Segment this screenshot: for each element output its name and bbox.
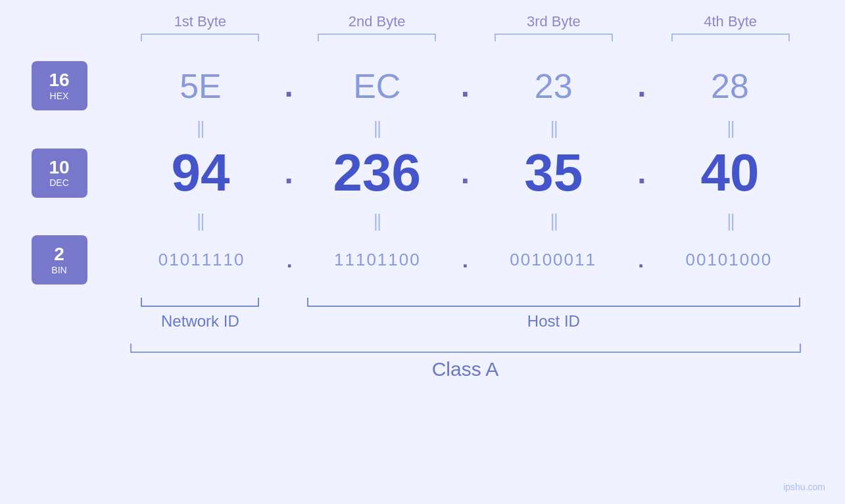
hex-dot2: .: [461, 70, 470, 102]
dec-b3: 35: [470, 143, 637, 203]
hex-row: 16 HEX 5E . EC . 23 . 28: [26, 61, 819, 110]
hex-dot3: .: [637, 70, 646, 102]
dec-badge-number: 10: [49, 158, 69, 178]
host-id-label: Host ID: [527, 312, 580, 331]
eq2-b3: ||: [466, 212, 642, 230]
bin-dot2: .: [462, 250, 468, 271]
bracket-top-b2: [318, 34, 436, 41]
hex-b4: 28: [646, 66, 813, 106]
bracket-b2: [289, 34, 466, 41]
hex-b1: 5E: [117, 66, 285, 106]
top-brackets-row: [26, 34, 819, 41]
hex-values: 5E . EC . 23 . 28: [117, 66, 814, 106]
byte3-header: 3rd Byte: [466, 13, 642, 30]
host-id-bracket: [307, 298, 800, 307]
dec-b4: 40: [646, 143, 813, 203]
eq1-b4: ||: [642, 119, 819, 137]
class-row: Class A: [26, 344, 819, 380]
bin-b2: 11101100: [293, 250, 462, 270]
bracket-top-b1: [141, 34, 259, 41]
eq2-b4: ||: [642, 212, 819, 230]
bin-b1: 01011110: [117, 250, 287, 270]
eq2-b2: ||: [289, 212, 466, 230]
bin-b3: 00100011: [468, 250, 638, 270]
network-id-label: Network ID: [161, 312, 239, 331]
dec-dot3: .: [637, 157, 646, 189]
bin-badge: 2 BIN: [32, 235, 87, 285]
equals-row-1: || || || ||: [26, 119, 819, 137]
eq1-b3: ||: [466, 119, 642, 137]
bracket-b1: [112, 34, 289, 41]
watermark: ipshu.com: [783, 482, 825, 492]
dec-row: 10 DEC 94 . 236 . 35 . 40: [26, 143, 819, 203]
eq1-b1: ||: [112, 119, 289, 137]
hex-badge-number: 16: [49, 70, 69, 91]
dec-dot1: .: [284, 157, 293, 189]
main-container: 1st Byte 2nd Byte 3rd Byte 4th Byte 16 H…: [0, 0, 845, 504]
eq2-b1: ||: [112, 212, 289, 230]
byte2-header: 2nd Byte: [289, 13, 466, 30]
bracket-b3: [466, 34, 642, 41]
bin-row: 2 BIN 01011110 . 11101100 . 00100011 . 0…: [26, 235, 819, 285]
dec-values: 94 . 236 . 35 . 40: [117, 143, 814, 203]
bin-badge-label: BIN: [51, 265, 66, 275]
byte-headers-row: 1st Byte 2nd Byte 3rd Byte 4th Byte: [26, 13, 819, 30]
hex-dot1: .: [284, 70, 293, 102]
bin-dot3: .: [638, 250, 644, 271]
dec-badge-label: DEC: [49, 177, 69, 188]
bracket-top-b3: [495, 34, 613, 41]
byte4-header: 4th Byte: [642, 13, 819, 30]
hex-badge-label: HEX: [50, 91, 69, 101]
class-bracket-container: Class A: [117, 344, 814, 380]
class-label: Class A: [432, 358, 499, 380]
id-labels-section: Network ID Host ID: [26, 298, 819, 331]
network-id-bracket: [141, 298, 259, 307]
dec-dot2: .: [461, 157, 470, 189]
hex-b3: 23: [470, 66, 637, 106]
bin-badge-number: 2: [54, 244, 64, 265]
bin-values: 01011110 . 11101100 . 00100011 . 0010100…: [117, 250, 814, 271]
equals-row-2: || || || ||: [26, 212, 819, 230]
eq1-b2: ||: [289, 119, 466, 137]
class-bracket: [130, 344, 801, 353]
host-id-section: Host ID: [289, 298, 819, 331]
hex-b2: EC: [293, 66, 461, 106]
bin-b4: 00101000: [644, 250, 813, 270]
dec-b2: 236: [293, 143, 461, 203]
dec-badge: 10 DEC: [32, 149, 87, 198]
hex-badge: 16 HEX: [32, 61, 87, 110]
bracket-b4: [642, 34, 819, 41]
bracket-top-b4: [671, 34, 790, 41]
network-id-section: Network ID: [112, 298, 289, 331]
bin-dot1: .: [287, 250, 293, 271]
dec-b1: 94: [117, 143, 285, 203]
byte1-header: 1st Byte: [112, 13, 289, 30]
